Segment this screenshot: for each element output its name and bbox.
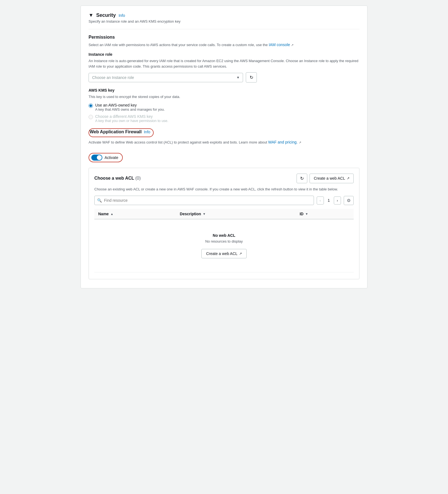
web-acl-title-text: Choose a web ACL <box>94 176 134 180</box>
col-id-header: ID ▼ <box>300 212 350 216</box>
kms-different-key-desc: A key that you own or have permission to… <box>95 119 168 123</box>
web-acl-title-group: Choose a web ACL (0) <box>94 176 141 181</box>
create-web-acl-button-empty[interactable]: Create a web ACL ↗ <box>201 249 247 258</box>
waf-title: Web Application Firewall Info <box>90 129 150 134</box>
waf-info-link[interactable]: Info <box>144 130 150 134</box>
security-section-title: ▼ Security Info <box>89 12 125 18</box>
settings-icon: ⚙ <box>347 198 351 203</box>
waf-pricing-link[interactable]: WAF and pricing. <box>268 140 298 144</box>
web-acl-header: Choose a web ACL (0) ↻ Create a web ACL … <box>94 174 354 183</box>
col-desc-header: Description ▼ <box>180 212 292 216</box>
col-name-header: Name ▲ <box>98 212 172 216</box>
instance-role-description: An Instance role is auto-generated for e… <box>89 58 359 69</box>
kms-aws-owned-label: Use an AWS-owned key <box>95 103 165 107</box>
collapse-icon[interactable]: ▼ <box>89 12 94 18</box>
col-desc-sort-icon[interactable]: ▼ <box>203 212 206 216</box>
waf-highlight-border: Web Application Firewall Info <box>89 128 154 137</box>
kms-option-different-key-text: Choose a different AWS KMS key A key tha… <box>95 114 168 123</box>
col-id-label: ID <box>300 212 303 216</box>
find-resource-input[interactable] <box>94 196 314 205</box>
kms-key-label: AWS KMS key <box>89 88 359 92</box>
col-id-sort-icon[interactable]: ▼ <box>305 212 308 216</box>
instance-role-dropdown-wrapper: Choose an Instance role // populate opti… <box>89 73 243 82</box>
table-col-id: ID ▼ <box>296 209 354 219</box>
search-icon: 🔍 <box>97 198 102 203</box>
waf-toggle-knob <box>97 155 102 160</box>
empty-subtitle: No resources to display <box>104 239 344 243</box>
web-acl-title: Choose a web ACL (0) <box>94 176 141 180</box>
web-acl-description: Choose an existing web ACL or create a n… <box>94 187 354 192</box>
kms-key-description: This key is used to encrypt the stored c… <box>89 94 359 100</box>
web-acl-count: (0) <box>135 176 141 180</box>
waf-title-highlight: Web Application Firewall Info <box>89 128 154 137</box>
waf-activate-highlight: Activate <box>89 150 123 162</box>
permissions-section: Permissions Select an IAM role with perm… <box>89 35 359 279</box>
create-web-acl-empty-ext-icon: ↗ <box>239 252 242 256</box>
divider-1 <box>89 29 359 29</box>
instance-role-select[interactable]: Choose an Instance role <box>89 73 243 82</box>
table-col-description: Description ▼ <box>176 209 296 219</box>
table-header-row: Name ▲ Description ▼ <box>94 209 354 219</box>
main-card: ▼ Security Info Specify an Instance role… <box>81 6 367 288</box>
permissions-description: Select an IAM role with permissions to A… <box>89 42 359 48</box>
waf-toggle-switch[interactable] <box>91 155 102 161</box>
search-pagination-row: 🔍 ‹ 1 › ⚙ <box>94 196 354 205</box>
empty-title: No web ACL <box>104 233 344 238</box>
kms-option-different-key: Choose a different AWS KMS key A key tha… <box>89 114 359 123</box>
waf-title-text: Web Application Firewall <box>90 129 142 134</box>
search-wrapper: 🔍 <box>94 196 314 205</box>
instance-role-row: Choose an Instance role // populate opti… <box>89 72 359 83</box>
iam-console-link[interactable]: IAM console <box>269 43 290 47</box>
web-acl-refresh-button[interactable]: ↻ <box>297 174 307 183</box>
pagination-prev-button[interactable]: ‹ <box>317 196 324 204</box>
pagination-next-button[interactable]: › <box>334 196 341 204</box>
web-acl-card: Choose a web ACL (0) ↻ Create a web ACL … <box>89 168 359 280</box>
empty-state-cell: No web ACL No resources to display Creat… <box>94 219 354 272</box>
create-web-acl-empty-label: Create a web ACL <box>206 251 238 256</box>
web-acl-table-body: No web ACL No resources to display Creat… <box>94 219 354 272</box>
kms-different-key-label: Choose a different AWS KMS key <box>95 114 168 119</box>
table-settings-button[interactable]: ⚙ <box>344 196 354 205</box>
col-desc-label: Description <box>180 212 201 216</box>
kms-option-aws-owned: Use an AWS-owned key A key that AWS owns… <box>89 103 359 111</box>
kms-option-aws-owned-text: Use an AWS-owned key A key that AWS owns… <box>95 103 165 111</box>
kms-radio-different-key[interactable] <box>89 115 93 119</box>
pagination-current-page: 1 <box>325 196 333 204</box>
waf-activate-label: Activate <box>105 155 118 160</box>
web-acl-table: Name ▲ Description ▼ <box>94 209 354 272</box>
instance-role-refresh-button[interactable]: ↻ <box>246 72 257 83</box>
web-acl-table-container: Name ▲ Description ▼ <box>94 209 354 272</box>
waf-desc-text: Activate WAF to define Web access contro… <box>89 140 268 144</box>
security-info-link[interactable]: Info <box>119 13 125 18</box>
instance-role-label: Instance role <box>89 52 359 57</box>
create-web-acl-top-label: Create a web ACL <box>314 176 345 180</box>
refresh-icon: ↻ <box>250 75 253 80</box>
empty-state-row: No web ACL No resources to display Creat… <box>94 219 354 272</box>
web-acl-actions: ↻ Create a web ACL ↗ <box>297 174 354 183</box>
security-section-header: ▼ Security Info <box>89 12 359 18</box>
waf-description: Activate WAF to define Web access contro… <box>89 139 359 145</box>
create-web-acl-top-ext-icon: ↗ <box>347 176 350 180</box>
waf-activate-toggle-container[interactable]: Activate <box>89 153 123 162</box>
create-web-acl-button-top[interactable]: Create a web ACL ↗ <box>310 174 354 183</box>
pagination-controls: ‹ 1 › <box>317 196 341 204</box>
security-subtitle: Specify an Instance role and an AWS KMS … <box>89 19 359 23</box>
web-acl-refresh-icon: ↻ <box>300 176 304 181</box>
empty-state: No web ACL No resources to display Creat… <box>98 222 350 269</box>
waf-external-link-icon: ↗ <box>299 141 301 144</box>
external-link-icon: ↗ <box>291 43 294 47</box>
col-name-sort-asc-icon[interactable]: ▲ <box>110 212 113 216</box>
col-name-label: Name <box>98 212 109 216</box>
permissions-title: Permissions <box>89 35 359 40</box>
table-col-name: Name ▲ <box>94 209 176 219</box>
security-title-text: Security <box>96 12 116 18</box>
kms-aws-owned-desc: A key that AWS owns and manages for you. <box>95 107 165 111</box>
web-acl-table-head: Name ▲ Description ▼ <box>94 209 354 219</box>
waf-section: Web Application Firewall Info Activate W… <box>89 128 359 162</box>
kms-radio-aws-owned[interactable] <box>89 103 93 108</box>
kms-radio-group: Use an AWS-owned key A key that AWS owns… <box>89 103 359 123</box>
